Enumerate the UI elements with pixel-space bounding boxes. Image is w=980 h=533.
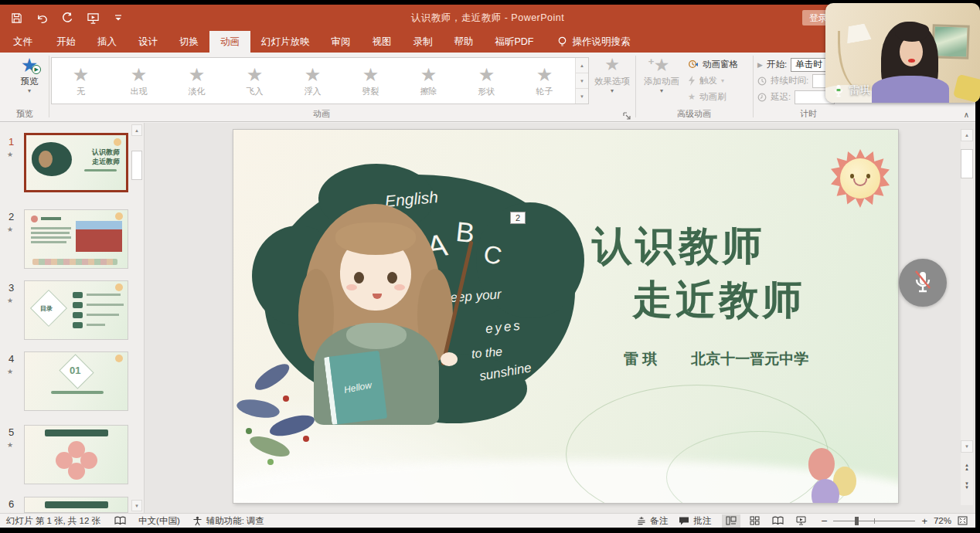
tab-animations[interactable]: 动画 (209, 31, 250, 53)
tab-foxit-pdf[interactable]: 福昕PDF (485, 31, 545, 53)
webcam-video-overlay[interactable]: 雷琪 (825, 3, 980, 103)
animation-fly-in[interactable]: ★ 飞入 (226, 58, 284, 104)
thumbnail-scroll-down-button[interactable]: ▼ (131, 500, 142, 511)
next-slide-button[interactable]: ▼▼ (961, 479, 973, 493)
language-indicator[interactable]: 中文(中国) (138, 515, 180, 527)
delay-label: 延迟: (771, 91, 791, 103)
animation-wipe-icon: ★ (420, 65, 437, 84)
zoom-out-button[interactable]: − (821, 514, 827, 527)
animation-fade-label: 淡化 (189, 86, 206, 97)
comments-toggle[interactable]: 批注 (679, 515, 711, 527)
leaf (235, 395, 281, 423)
slide-sorter-view-button[interactable] (745, 514, 764, 528)
thumbnail-toys-row (32, 259, 117, 265)
canvas-scroll-up-button[interactable]: ▲ (961, 129, 973, 141)
animation-fly-in-label: 飞入 (247, 86, 264, 97)
animation-split[interactable]: ★ 劈裂 (342, 58, 400, 104)
collapse-ribbon-button[interactable]: ∧ (964, 110, 969, 119)
zoom-percentage[interactable]: 72% (934, 516, 951, 525)
sun-smile (853, 178, 867, 186)
gallery-scroll-down-button[interactable]: ▼ (576, 73, 588, 89)
animation-pane-button[interactable]: 动画窗格 (688, 57, 738, 72)
tab-home[interactable]: 开始 (46, 31, 87, 53)
slide-thumbnail-2[interactable] (24, 209, 128, 269)
accessibility-checker[interactable]: 辅助功能: 调查 (192, 515, 264, 527)
previous-slide-button[interactable]: ▲▲ (961, 460, 973, 474)
animation-appear-icon: ★ (131, 65, 148, 84)
tab-view[interactable]: 视图 (362, 31, 403, 53)
slide-editing-surface[interactable]: English A B C keep your eyes to the suns… (233, 130, 898, 503)
canvas-scrollbar-thumb[interactable] (961, 149, 973, 178)
animation-star-indicator: ★ (7, 441, 13, 449)
normal-view-button[interactable] (722, 514, 740, 528)
canvas-scrollbar[interactable]: ▲ ▼ ▲▲ ▼▼ (961, 129, 973, 505)
animation-star-indicator: ★ (7, 226, 13, 233)
animation-wheel[interactable]: ★ 轮子 (516, 58, 573, 104)
animation-dialog-launcher[interactable] (623, 110, 632, 119)
add-animation-button[interactable]: ★ + 添加动画 ▾ (638, 55, 685, 93)
thumbnail-bullet (31, 216, 38, 222)
animation-fly-in-icon: ★ (247, 65, 264, 84)
effect-options-button[interactable]: ★ 效果选项 ▾ (590, 55, 634, 93)
slide-canvas-area: English A B C keep your eyes to the suns… (145, 123, 975, 513)
animation-fade[interactable]: ★ 淡化 (168, 58, 226, 104)
thumbnail-sun (115, 355, 123, 362)
tab-record[interactable]: 录制 (403, 31, 444, 53)
group-divider (49, 56, 49, 117)
zoom-slider-thumb[interactable] (855, 517, 859, 525)
tab-slideshow[interactable]: 幻灯片放映 (250, 31, 321, 53)
animation-shape[interactable]: ★ 形状 (458, 58, 516, 104)
slide-thumbnail-6[interactable] (24, 497, 128, 513)
slideshow-view-button[interactable] (791, 514, 810, 528)
animation-gallery: ★ 无 ★ 出现 ★ 淡化 ★ 飞入 ★ 浮入 ★ 劈裂 (51, 57, 589, 104)
gallery-scroll-up-button[interactable]: ▲ (576, 58, 588, 73)
slide-thumbnail-5[interactable] (24, 425, 128, 484)
animation-wipe[interactable]: ★ 擦除 (400, 58, 458, 104)
thumbnail-petal (68, 463, 85, 480)
preview-group-label: 预览 (0, 108, 49, 120)
preview-button[interactable]: ★ ▶ 预览 ▾ (11, 55, 48, 93)
slide-thumbnail-4[interactable]: 01 (24, 351, 128, 411)
slide-thumbnail-panel: 1 ★ 认识教师走近教师 2 ★ (0, 123, 145, 513)
trigger-button[interactable]: 触发 ▾ (688, 73, 724, 88)
animation-none[interactable]: ★ 无 (52, 58, 110, 104)
tab-review[interactable]: 审阅 (321, 31, 362, 53)
slide-counter[interactable]: 幻灯片 第 1 张, 共 12 张 (6, 515, 100, 527)
animation-painter-button[interactable]: ★ 动画刷 (688, 90, 726, 104)
fit-to-window-icon[interactable] (958, 516, 968, 525)
teacher-bangs (335, 222, 416, 255)
canvas-scroll-down-button[interactable]: ▼ (961, 440, 973, 453)
comments-icon (679, 516, 689, 525)
slide-5-number: 5 (9, 426, 14, 438)
thumbnail-scrollbar-thumb[interactable] (131, 151, 142, 180)
animation-float-in[interactable]: ★ 浮入 (284, 58, 342, 104)
tell-me-search[interactable]: 操作说明搜索 (550, 31, 638, 53)
presenter-name: 雷琪 (849, 83, 870, 97)
animation-pane-icon (688, 59, 699, 70)
animation-wheel-label: 轮子 (536, 86, 553, 97)
zoom-in-button[interactable]: + (921, 515, 927, 527)
slide-thumbnail-1[interactable]: 认识教师走近教师 (24, 133, 128, 192)
animation-appear[interactable]: ★ 出现 (110, 58, 168, 104)
tab-design[interactable]: 设计 (128, 31, 168, 53)
leaf (250, 360, 293, 393)
search-label: 操作说明搜索 (573, 36, 631, 49)
spellcheck-button[interactable] (114, 516, 126, 525)
tab-file[interactable]: 文件 (0, 31, 46, 53)
animation-order-badge[interactable]: 2 (510, 212, 526, 224)
trigger-dropdown-icon: ▾ (721, 78, 724, 83)
reading-view-button[interactable] (768, 514, 787, 528)
notes-toggle[interactable]: 备注 (637, 515, 668, 527)
microphone-icon (833, 84, 844, 97)
tab-insert[interactable]: 插入 (87, 31, 128, 53)
thumbnail-list-marker (73, 292, 83, 298)
thumbnail-text-line (87, 314, 119, 316)
zoom-slider[interactable] (833, 516, 915, 525)
slide-thumbnail-3[interactable]: 目录 (24, 280, 128, 340)
tab-help[interactable]: 帮助 (444, 31, 485, 53)
tab-transitions[interactable]: 切换 (168, 31, 209, 53)
thumbnail-scrollbar[interactable]: ▲ ▼ (131, 123, 143, 513)
gallery-expand-button[interactable]: ▼ (576, 89, 588, 104)
microphone-mute-button[interactable] (899, 259, 947, 307)
thumbnail-scroll-up-button[interactable]: ▲ (131, 124, 142, 136)
